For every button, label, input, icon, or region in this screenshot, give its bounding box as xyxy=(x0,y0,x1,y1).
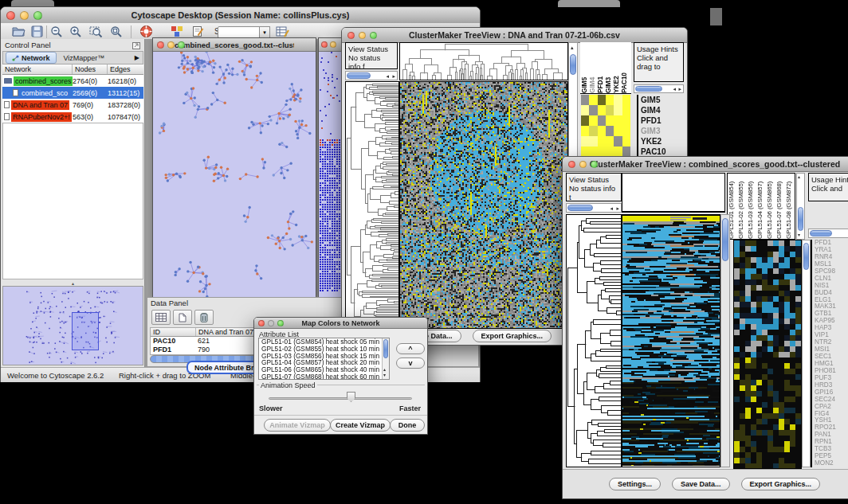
scroll-right-icon[interactable]: ▸ xyxy=(678,86,681,92)
close-icon[interactable] xyxy=(321,41,328,48)
gene-label[interactable]: MAK31 xyxy=(815,303,848,311)
close-icon[interactable] xyxy=(6,11,15,20)
network-table-row[interactable]: combined_scores 2764(0) 16218(0) xyxy=(2,75,143,87)
scroll-down-icon[interactable]: ▾ xyxy=(383,373,386,378)
gene-label[interactable]: RPO21 xyxy=(815,424,848,432)
tv2-gene-h-scrollbar[interactable]: ◂ ▸ xyxy=(808,229,848,238)
tv1-heatmap[interactable] xyxy=(399,81,568,329)
gene-label[interactable]: PHO81 xyxy=(815,368,848,375)
gene-label[interactable]: VIP1 xyxy=(815,332,848,339)
network-view-canvas[interactable] xyxy=(153,52,316,297)
open-folder-icon[interactable] xyxy=(12,25,26,37)
zoom-window-icon[interactable] xyxy=(33,11,42,20)
column-label[interactable]: GPL51-03 (GSM856) xyxy=(747,174,756,239)
gene-label[interactable]: GTB1 xyxy=(815,311,848,318)
attribute-item[interactable]: GPL51-07 (GSM868) heat shock 60 min xyxy=(261,373,389,380)
gene-label[interactable]: FIG4 xyxy=(815,411,848,418)
gene-label[interactable]: YRA1 xyxy=(815,247,848,254)
gene-label[interactable]: GIM3 xyxy=(641,126,685,136)
tv1-h-scrollbar[interactable]: ◂ ▸ xyxy=(345,71,398,80)
column-label[interactable]: YKE2 xyxy=(612,42,620,93)
gene-label[interactable]: ELG1 xyxy=(815,297,848,304)
tv1-zoom-matrix[interactable] xyxy=(581,95,630,157)
gene-label[interactable]: TCB3 xyxy=(815,446,848,453)
zoom-selected-icon[interactable] xyxy=(89,25,103,38)
close-icon[interactable] xyxy=(347,32,355,39)
zoom-out-icon[interactable] xyxy=(50,25,63,38)
gene-label[interactable]: RPN1 xyxy=(815,439,848,446)
gene-label[interactable]: PAN1 xyxy=(815,432,848,439)
move-down-button[interactable]: v xyxy=(396,357,425,369)
column-label[interactable]: GIM5 xyxy=(580,42,588,93)
tv2-zoom-v-scrollbar[interactable] xyxy=(802,240,811,467)
column-label[interactable]: GPL51-07 (GSM868) xyxy=(775,174,785,239)
gene-label[interactable]: HMG1 xyxy=(815,361,848,368)
gene-label[interactable]: SPC98 xyxy=(815,268,848,275)
scroll-up-icon[interactable]: ▴ xyxy=(571,45,574,50)
treeview-button[interactable]: Export Graphics... xyxy=(741,478,821,490)
float-panel-icon[interactable] xyxy=(132,38,140,53)
column-label[interactable]: GIM4 xyxy=(588,42,596,93)
move-up-button[interactable]: ^ xyxy=(396,343,425,354)
gene-label[interactable]: HAP3 xyxy=(815,325,848,332)
tv2-label-v-scrollbar[interactable]: ▴ ▾ xyxy=(796,173,805,240)
scroll-left-icon[interactable]: ◂ xyxy=(386,73,389,79)
scroll-up-icon[interactable]: ▴ xyxy=(798,174,800,180)
treeview-button[interactable]: Save Data... xyxy=(672,478,730,490)
gene-label[interactable]: PUF3 xyxy=(815,375,848,382)
gene-label[interactable]: BUD4 xyxy=(815,290,848,297)
zoom-window-icon[interactable] xyxy=(178,41,185,49)
gene-label[interactable]: RNR4 xyxy=(815,254,848,261)
zoom-in-icon[interactable] xyxy=(69,25,82,38)
gene-label[interactable]: HRD3 xyxy=(815,382,848,389)
column-label[interactable]: GPL51-08 (GSM872) xyxy=(785,174,795,239)
minimize-icon[interactable] xyxy=(167,41,175,49)
close-icon[interactable] xyxy=(157,41,164,49)
tv1-zoom-h-scrollbar[interactable]: ◂ ▸ xyxy=(634,84,684,93)
tv1-gene-list[interactable]: GIM5GIM4PFD1GIM3YKE2PAC10 xyxy=(641,95,685,157)
panel-splitter[interactable]: ▴ xyxy=(2,279,143,286)
gene-label[interactable]: GPI16 xyxy=(815,389,848,397)
column-label[interactable]: GPL51-02 (GSM855) xyxy=(737,174,747,239)
close-icon[interactable] xyxy=(258,320,265,326)
tv1-column-dendrogram[interactable] xyxy=(399,42,568,80)
scroll-right-icon[interactable]: ▸ xyxy=(616,205,619,211)
minimize-icon[interactable] xyxy=(359,32,366,39)
minimize-icon[interactable] xyxy=(330,41,336,48)
create-vizmap-button[interactable]: Create Vizmap xyxy=(330,419,391,432)
gene-label[interactable]: YSH1 xyxy=(815,417,848,424)
minimize-icon[interactable] xyxy=(20,11,29,20)
attribute-table-icon[interactable] xyxy=(151,310,171,325)
column-label[interactable]: PFD1 xyxy=(596,42,604,93)
zoom-window-icon[interactable] xyxy=(591,161,598,168)
search-input[interactable] xyxy=(218,26,261,38)
save-icon[interactable] xyxy=(31,25,43,37)
gene-label[interactable]: PFD1 xyxy=(815,240,848,247)
tv2-heatmap[interactable] xyxy=(622,214,720,467)
new-attribute-icon[interactable] xyxy=(173,310,192,325)
tv2-column-labels[interactable]: GPL51-01 (GSM854)GPL51-02 (GSM855)GPL51-… xyxy=(727,173,795,240)
delete-attribute-icon[interactable] xyxy=(194,310,214,325)
gene-label[interactable]: CPA2 xyxy=(815,404,848,411)
treeview-button[interactable]: Settings... xyxy=(609,478,661,490)
network-table-header[interactable]: Network Nodes Edges xyxy=(2,64,143,75)
annotation-icon[interactable] xyxy=(192,25,204,37)
tab-vizmapper[interactable]: VizMapper™ xyxy=(57,54,112,62)
column-label[interactable]: GPL51-04 (GSM857) xyxy=(756,174,766,239)
column-label[interactable]: GPL51-06 (GSM865) xyxy=(766,174,775,239)
network-grid-canvas[interactable] xyxy=(319,52,343,297)
gene-label[interactable]: NTR2 xyxy=(815,339,848,346)
gene-label[interactable]: MSL1 xyxy=(815,261,848,268)
scroll-right-icon[interactable]: ▸ xyxy=(392,73,395,79)
tv2-row-dendrogram[interactable] xyxy=(566,214,622,467)
network-table-row[interactable]: DNA and Tran 07 769(0) 183728(0) xyxy=(2,99,143,111)
gene-label[interactable]: GIM4 xyxy=(641,105,685,115)
slider-thumb[interactable] xyxy=(347,392,355,402)
network-overview-canvas[interactable] xyxy=(3,287,143,365)
gene-label[interactable]: SEC1 xyxy=(815,354,848,361)
gene-label[interactable]: CLN1 xyxy=(815,275,848,283)
animate-vizmap-button[interactable]: Animate Vizmap xyxy=(264,419,331,432)
gene-label[interactable]: SEC24 xyxy=(815,397,848,404)
minimize-icon[interactable] xyxy=(579,161,587,168)
zoom-window-icon[interactable] xyxy=(370,32,377,39)
